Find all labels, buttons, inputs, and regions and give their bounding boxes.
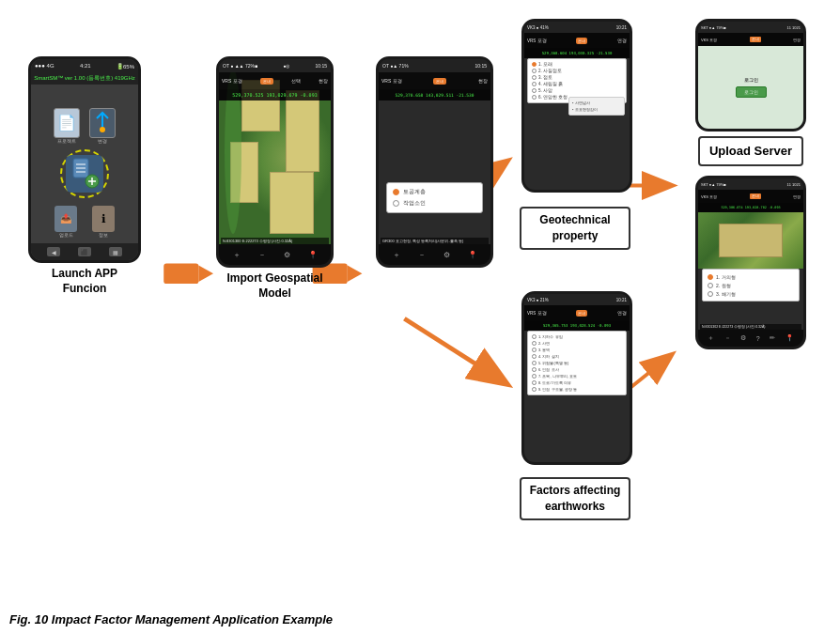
main-container: ●●● 4G 4:21 🔋65% SmartSM™ ver 1.00 (등록번호… bbox=[0, 0, 840, 634]
factor-item-8[interactable]: 8. 도로/가도록 여유 bbox=[530, 379, 624, 386]
survey-icon bbox=[89, 108, 116, 138]
location[interactable]: 📍 bbox=[308, 251, 318, 259]
info-label: 정보 bbox=[99, 232, 108, 238]
file-icon-col: 📄 프로젝트 bbox=[54, 108, 80, 144]
import-geo-label: Import Geospatial Model bbox=[226, 271, 322, 301]
status-bar-2: OT ● ▲▲ 72%■ ●◎ 10:15 bbox=[219, 59, 331, 72]
factor-item-9[interactable]: 9. 인접 구조물, 공장 동 bbox=[530, 386, 624, 393]
import-geo-phone: OT ● ▲▲ 72%■ ●◎ 10:15 VRS 포경 온내 선택 현장 52… bbox=[216, 56, 334, 268]
survey-icon-col: 변경 bbox=[89, 108, 116, 144]
building-result bbox=[719, 224, 782, 257]
geo-list-item-5[interactable]: 5. 사암 bbox=[530, 87, 624, 94]
app-title-bar: SmartSM™ ver 1.00 (등록번호) 419GHz bbox=[31, 72, 138, 85]
upload-server-top-phone: SKT ●▲ 79%■11 1021 VKS 포경 온내 연경 로그인 로그인 bbox=[695, 19, 806, 131]
data-entry-column: OT ●▲ 71% 10:15 VRS 포경 온내 현장 529,370.658… bbox=[376, 56, 493, 268]
shape-item-3[interactable]: 3. 쐐기형 bbox=[706, 289, 796, 298]
factor-item-2[interactable]: 2. 사면 bbox=[530, 340, 624, 347]
svg-line-7 bbox=[404, 318, 506, 382]
geo-list-item-2[interactable]: 2. 사질점토 bbox=[530, 68, 624, 74]
menu-btn[interactable]: ▦ bbox=[109, 247, 122, 256]
coords-bar-2: 529,370.525 193,029.679 -0.093 bbox=[219, 89, 331, 101]
status-time: 4:21 bbox=[80, 63, 91, 69]
status-signal: ●●● 4G bbox=[35, 63, 54, 69]
zoom-in[interactable]: ＋ bbox=[233, 250, 241, 260]
figure-area: ●●● 4G 4:21 🔋65% SmartSM™ ver 1.00 (등록번호… bbox=[9, 9, 831, 564]
back-btn[interactable]: ◀ bbox=[47, 247, 60, 256]
file-icon: 📄 bbox=[54, 108, 80, 138]
shape-item-1[interactable]: 1. 거의형 bbox=[706, 272, 796, 281]
info-icon: ℹ bbox=[92, 206, 115, 232]
factors-screen: VK3 ● 21%10:21 VRS 포경 온내 연경 529,365.753 … bbox=[524, 294, 630, 462]
info-icon-col: ℹ 정보 bbox=[92, 206, 115, 238]
connect-btn-3[interactable]: 온내 bbox=[433, 78, 446, 85]
nav-bar-1: ◀ ⬛ ▦ bbox=[31, 243, 138, 260]
status-bar-upload-top: SKT ●▲ 79%■11 1021 bbox=[698, 22, 803, 33]
status-bar-factors: VK3 ● 21%10:21 bbox=[524, 294, 630, 305]
coords-factors: 529,365.753 193,028.524 -0.093 bbox=[524, 320, 630, 331]
radio-option-2[interactable]: 작업소인 bbox=[393, 199, 476, 208]
login-area: 로그인 로그인 bbox=[698, 46, 803, 129]
geo-list-item-1[interactable]: 1. 모래 bbox=[530, 61, 624, 68]
status-battery: 🔋65% bbox=[117, 63, 134, 70]
connect-btn[interactable]: 온내 bbox=[260, 78, 273, 85]
home-btn[interactable]: ⬛ bbox=[78, 247, 91, 256]
factor-item-7[interactable]: 7. 초목, 나무뿌리, 표토 bbox=[530, 373, 624, 379]
launch-app-phone: ●●● 4G 4:21 🔋65% SmartSM™ ver 1.00 (등록번호… bbox=[28, 56, 141, 263]
factor-item-1[interactable]: 1. 지하수 유입 bbox=[530, 333, 624, 340]
upload-label: 업로드 bbox=[59, 232, 73, 238]
geo-property-column: VK3 ● 41%10:21 VRS 포경 온내 연경 529,368.604 … bbox=[521, 19, 632, 193]
icons-row1: 📄 프로젝트 bbox=[54, 108, 116, 144]
upload-server-column: SKT ●▲ 79%■11 1021 VKS 포경 온내 연경 로그인 로그인 bbox=[695, 19, 806, 349]
app-icons-area: 📄 프로젝트 bbox=[49, 85, 120, 260]
geo-property-screen: VK3 ● 41%10:21 VRS 포경 온내 연경 529,368.604 … bbox=[524, 22, 630, 190]
factor-item-3[interactable]: 3. 옹벽 bbox=[530, 347, 624, 353]
header-bar-3: VRS 포경 온내 현장 bbox=[379, 72, 490, 89]
factors-label-box: Factors affecting earthworks bbox=[520, 477, 630, 520]
header-upload-result: VKS 포경 온내 연경 bbox=[698, 190, 803, 203]
status-bar-3: OT ●▲ 71% 10:15 bbox=[379, 59, 490, 72]
factor-item-6[interactable]: 6. 인접 조사 bbox=[530, 366, 624, 373]
shape-list: 1. 거의형 2. 원형 3. 쐐기형 bbox=[702, 269, 800, 302]
login-btn[interactable]: 로그인 bbox=[736, 86, 767, 98]
zoom-out[interactable]: － bbox=[258, 250, 266, 260]
map-half bbox=[698, 212, 803, 269]
upload-icon-col: 📤 업로드 bbox=[54, 206, 77, 238]
survey-label: 변경 bbox=[98, 138, 107, 144]
bottom-bar-result: ＋ － ⚙ ? ✏ 📍 bbox=[698, 330, 803, 347]
geo-property-label-box: Geotechnical property bbox=[520, 207, 630, 250]
factor-item-4[interactable]: 4. 지하 설치 bbox=[530, 353, 624, 360]
svg-rect-2 bbox=[163, 264, 198, 285]
header-geo: VRS 포경 온내 연경 bbox=[524, 33, 630, 48]
status-bar-upload-result: SKT ●▲ 79%■11 1021 bbox=[698, 178, 803, 190]
geo-list-item-4[interactable]: 4. 세립질 흙 bbox=[530, 81, 624, 87]
dashed-circle bbox=[60, 149, 109, 198]
bottom-bar-2: ＋ － ⚙ 📍 bbox=[219, 244, 331, 265]
geo-list-item-3[interactable]: 3. 점토 bbox=[530, 74, 624, 81]
coords-geo: 529,368.604 193,030.325 -21.530 bbox=[524, 48, 630, 58]
import-geo-screen: OT ● ▲▲ 72%■ ●◎ 10:15 VRS 포경 온내 선택 현장 52… bbox=[219, 59, 331, 265]
data-entry-phone: OT ●▲ 71% 10:15 VRS 포경 온내 현장 529,370.658… bbox=[376, 56, 493, 268]
factors-column: VK3 ● 21%10:21 VRS 포경 온내 연경 529,365.753 … bbox=[521, 291, 632, 465]
geo-property-phone: VK3 ● 41%10:21 VRS 포경 온내 연경 529,368.604 … bbox=[521, 19, 632, 193]
upload-result-screen: SKT ●▲ 79%■11 1021 VKS 포경 온내 연경 529,306.… bbox=[698, 178, 803, 347]
status-bar-1: ●●● 4G 4:21 🔋65% bbox=[31, 59, 138, 72]
shape-item-2[interactable]: 2. 원형 bbox=[706, 281, 796, 289]
radio-1-dot bbox=[393, 189, 399, 195]
upload-server-label-box: Upload Server bbox=[698, 136, 803, 166]
radio-option-1[interactable]: 토공계층 bbox=[393, 188, 476, 196]
upload-result-phone: SKT ●▲ 79%■11 1021 VKS 포경 온내 연경 529,306.… bbox=[695, 176, 806, 349]
header-upload-top: VKS 포경 온내 연경 bbox=[698, 33, 803, 46]
factor-item-5[interactable]: 5. 위험물(특별 동) bbox=[530, 360, 624, 366]
launch-app-label: Launch APP Funcion bbox=[52, 267, 117, 296]
factors-list: 1. 지하수 유입 2. 사면 3. 옹벽 4. 지하 설치 bbox=[527, 331, 627, 395]
coords-bar-3: 529,370.658 143,029.511 -21.530 bbox=[379, 89, 490, 101]
radio-2-dot bbox=[393, 200, 399, 207]
figure-caption: Fig. 10 Impact Factor Management Applica… bbox=[9, 612, 333, 626]
settings[interactable]: ⚙ bbox=[284, 251, 290, 259]
coords-upload-result: 529,306.074 193,028.782 -0.093 bbox=[698, 203, 803, 212]
icons-row3: 📤 업로드 ℹ 정보 bbox=[54, 206, 115, 238]
launch-app-column: ●●● 4G 4:21 🔋65% SmartSM™ ver 1.00 (등록번호… bbox=[28, 56, 141, 296]
radio-popup: 토공계층 작업소인 bbox=[386, 182, 483, 213]
status-bar-geo: VK3 ● 41%10:21 bbox=[524, 22, 630, 33]
gps-info: N:8301300 E:222273 수평정 (사진:0.32Å) bbox=[221, 238, 329, 244]
